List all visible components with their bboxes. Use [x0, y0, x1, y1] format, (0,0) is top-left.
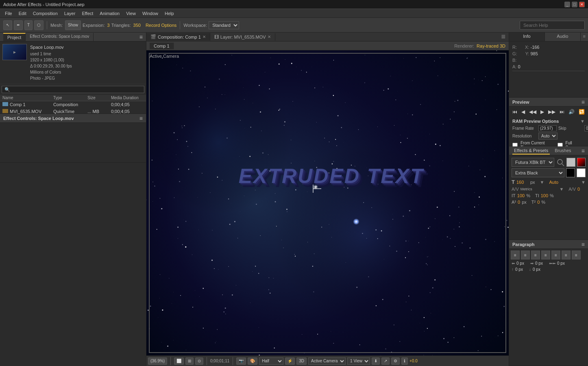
- vt-export-btn[interactable]: ⬇: [372, 357, 380, 365]
- tsub-value[interactable]: 0: [537, 200, 540, 205]
- paragraph-panel-menu[interactable]: ≡: [581, 241, 585, 248]
- effect-controls-tab[interactable]: Effect Controls: Space Loop.mov: [26, 33, 94, 41]
- menu-window[interactable]: Window: [139, 10, 161, 17]
- justify-all-btn[interactable]: ≡: [572, 251, 581, 259]
- ep-fill-white[interactable]: [577, 168, 586, 177]
- auto-leading-dropdown[interactable]: ▼: [581, 180, 586, 185]
- vt-grid-btn[interactable]: ⊞: [185, 357, 194, 365]
- project-item[interactable]: Comp 1 Composition0;00;4;05: [0, 101, 146, 108]
- justify-left-btn[interactable]: ≡: [541, 251, 550, 259]
- minimize-button[interactable]: _: [564, 2, 570, 7]
- project-search-input[interactable]: [2, 86, 144, 93]
- project-panel-menu[interactable]: ≡: [139, 34, 143, 40]
- font-style-select[interactable]: Extra Black: [512, 168, 564, 177]
- preview-panel-menu[interactable]: ≡: [581, 99, 585, 105]
- viewer-tab-comp-close[interactable]: ✕: [203, 35, 206, 39]
- ram-options-dropdown[interactable]: ▼: [580, 119, 585, 124]
- tracking-dropdown[interactable]: ▼: [559, 187, 564, 192]
- ep-text-color-swatch[interactable]: [566, 158, 575, 167]
- ep-search-icon[interactable]: [556, 158, 565, 167]
- workspace-select[interactable]: Standard: [209, 21, 239, 29]
- menu-edit[interactable]: Edit: [15, 10, 30, 17]
- tool-text[interactable]: T: [24, 20, 33, 30]
- info-panel-menu[interactable]: ≡: [581, 33, 588, 41]
- viewer-panel-menu[interactable]: ≡: [498, 31, 509, 43]
- kern-value[interactable]: 0: [577, 187, 586, 192]
- preview-last-frame[interactable]: ⏭: [558, 108, 566, 115]
- menu-composition[interactable]: Composition: [30, 10, 61, 17]
- viewer-tab-layer-close[interactable]: ✕: [268, 35, 271, 39]
- baseline-value[interactable]: 0: [518, 200, 520, 205]
- vt-color-btn[interactable]: 🎨: [248, 357, 257, 365]
- audio-tab[interactable]: Audio: [545, 33, 581, 41]
- preview-loop[interactable]: 🔁: [577, 108, 586, 115]
- ram-skip-input[interactable]: [584, 125, 588, 131]
- ram-fr-input[interactable]: [538, 125, 557, 131]
- mesh-show-btn[interactable]: Show: [65, 20, 81, 30]
- info-tab[interactable]: Info: [509, 33, 545, 41]
- preview-step-back[interactable]: ◀: [520, 108, 527, 115]
- record-options-btn[interactable]: Record Options: [146, 23, 176, 28]
- align-right-btn[interactable]: ≡: [531, 251, 540, 259]
- menu-file[interactable]: File: [2, 10, 15, 17]
- menu-effect[interactable]: Effect: [78, 10, 96, 17]
- project-tab[interactable]: Project: [3, 33, 26, 41]
- triangles-value[interactable]: 350: [133, 23, 141, 28]
- preview-play-back[interactable]: ◀◀: [527, 108, 538, 115]
- font-family-select[interactable]: Futura XBlk BT: [512, 158, 554, 167]
- col-name[interactable]: Name: [0, 95, 51, 101]
- auto-leading-btn[interactable]: Auto: [549, 180, 558, 185]
- menu-view[interactable]: View: [123, 10, 139, 17]
- ep-panel-menu[interactable]: ≡: [581, 148, 585, 154]
- space-before-val[interactable]: 0 px: [515, 267, 527, 272]
- col-size[interactable]: Size: [85, 95, 109, 101]
- tool-select[interactable]: ↖: [3, 20, 12, 30]
- vt-info-btn[interactable]: ℹ: [401, 357, 408, 365]
- align-center-btn[interactable]: ≡: [521, 251, 530, 259]
- preview-first-frame[interactable]: ⏮: [511, 108, 519, 115]
- vt-mask-btn[interactable]: ⊙: [195, 357, 203, 365]
- col-type[interactable]: Type: [51, 95, 85, 101]
- vt-fit-btn[interactable]: ⬜: [174, 357, 184, 365]
- viewer-tab-layer[interactable]: 🎞 Layer: MVI_6535.MOV ✕: [210, 33, 275, 41]
- viewer-tab-comp[interactable]: 🎬 Composition: Comp 1 ✕: [146, 33, 210, 41]
- expansion-value[interactable]: 3: [107, 23, 110, 28]
- camera-select[interactable]: Active Camera: [308, 357, 346, 365]
- justify-right-btn[interactable]: ≡: [562, 251, 571, 259]
- tool-pen[interactable]: ✒: [14, 20, 23, 30]
- vt-share-btn[interactable]: ↗: [381, 357, 390, 365]
- height-value[interactable]: 100: [517, 193, 525, 198]
- indent1-val[interactable]: 0 px: [516, 261, 529, 266]
- ep-effects-tab[interactable]: Effects & Presets: [512, 147, 550, 155]
- comp1-tab[interactable]: Comp 1: [150, 43, 174, 49]
- size-unit-dropdown[interactable]: ▼: [540, 180, 544, 185]
- indent3-val[interactable]: 0 px: [557, 261, 569, 266]
- ep-brushes-tab[interactable]: Brushes: [553, 147, 573, 155]
- space-after-val[interactable]: 0 px: [533, 267, 545, 272]
- vt-3d-btn[interactable]: 3D: [296, 357, 307, 365]
- menu-animation[interactable]: Animation: [96, 10, 123, 17]
- preview-play[interactable]: ▶: [539, 108, 546, 115]
- search-help-input[interactable]: [520, 21, 585, 30]
- close-button[interactable]: ✕: [579, 2, 585, 7]
- preview-play-fwd[interactable]: ▶▶: [547, 108, 557, 115]
- quality-select[interactable]: HalfFullQuarter: [259, 357, 283, 365]
- zoom-display[interactable]: (36.9%): [148, 357, 167, 365]
- maximize-button[interactable]: □: [572, 2, 577, 7]
- vt-fast-prev[interactable]: ⚡: [285, 357, 295, 365]
- vt-snap-btn[interactable]: 📷: [236, 357, 246, 365]
- font-size-value[interactable]: 160: [516, 180, 529, 185]
- preview-audio[interactable]: 🔊: [567, 108, 576, 115]
- renderer-value[interactable]: Ray-traced 3D: [477, 44, 505, 48]
- width-value[interactable]: 100: [541, 193, 548, 198]
- effect-panel-menu[interactable]: ≡: [139, 115, 143, 122]
- ram-res-select[interactable]: AutoFullHalf: [538, 133, 558, 139]
- view-select[interactable]: 1 View: [347, 357, 370, 365]
- vt-more-btn[interactable]: ⚙: [391, 357, 400, 365]
- tool-brush[interactable]: ⬡: [34, 20, 44, 30]
- menu-layer[interactable]: Layer: [61, 10, 79, 17]
- col-duration[interactable]: Media Duration: [109, 95, 146, 101]
- ep-stroke-gradient[interactable]: [577, 158, 586, 167]
- ep-fill-black[interactable]: [566, 168, 575, 177]
- justify-center-btn[interactable]: ≡: [551, 251, 560, 259]
